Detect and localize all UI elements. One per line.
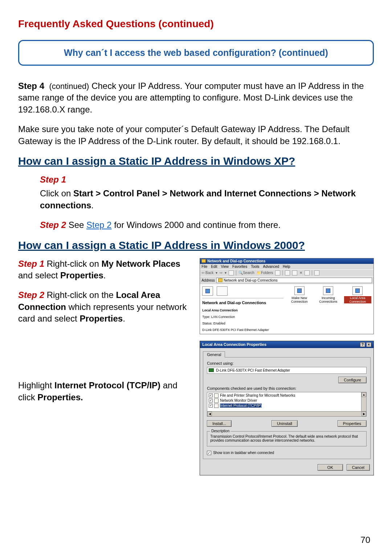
tab-general[interactable]: General: [203, 351, 225, 357]
window-body: Network and Dial-up Connections Local Ar…: [200, 284, 373, 334]
ok-button[interactable]: OK: [318, 464, 343, 471]
w2k-s3d: Properties.: [37, 392, 83, 402]
lac-device: D-Link DFE-530TX PCI Fast Ethernet Adapt…: [202, 328, 283, 332]
checkbox-icon[interactable]: [209, 393, 213, 397]
xp-step1-bold: Start > Control Panel > Network and Inte…: [40, 188, 356, 210]
menu-view[interactable]: View: [221, 265, 229, 269]
components-listbox[interactable]: File and Printer Sharing for Microsoft N…: [207, 392, 367, 417]
show-icon-checkbox-row[interactable]: Show icon in taskbar when connected: [207, 451, 367, 455]
copy-icon[interactable]: [292, 270, 297, 275]
header-icon: [202, 286, 213, 296]
configure-button[interactable]: Configure: [338, 377, 367, 383]
xp-heading: How can I assign a Static IP Address in …: [18, 155, 374, 167]
show-icon-label: Show icon in taskbar when connected: [213, 451, 274, 455]
w2k-step2-label: Step 2: [18, 290, 44, 300]
w2k-s1d: Properties: [60, 270, 103, 280]
dialog-titlebar: Local Area Connection Properties ? ×: [200, 341, 373, 348]
views-icon[interactable]: [314, 270, 319, 275]
address-bar: Address Network and Dial-up Connections: [200, 276, 373, 284]
lac-status: Status: Enabled: [202, 322, 283, 325]
component-label-selected: Internet Protocol (TCP/IP): [220, 404, 262, 408]
lac-type: Type: LAN Connection: [202, 315, 283, 319]
cancel-button[interactable]: Cancel: [347, 464, 370, 471]
menu-edit[interactable]: Edit: [211, 265, 217, 269]
address-input[interactable]: Network and Dial-up Connections: [216, 278, 372, 283]
menu-bar[interactable]: File Edit View Favorites Tools Advanced …: [200, 264, 373, 269]
properties-button[interactable]: Properties: [338, 420, 367, 427]
checkbox-icon[interactable]: [209, 404, 213, 408]
w2k-step1: Step 1 Right-click on My Network Places …: [18, 258, 192, 282]
xp-step1-body: Click on Start > Control Panel > Network…: [40, 188, 374, 211]
callout-text: Why can´t I access the web based configu…: [25, 48, 367, 58]
xp-step2-label: Step 2: [40, 220, 66, 230]
icon-incoming-connections[interactable]: Incoming Connections: [315, 286, 341, 332]
scrollbar-vertical[interactable]: ▲: [361, 392, 366, 411]
scrollbar-horizontal[interactable]: ◀▶: [207, 411, 366, 416]
menu-tools[interactable]: Tools: [251, 265, 259, 269]
xp-step2-pre: See: [66, 220, 86, 230]
folder-icon: [201, 259, 206, 263]
install-button[interactable]: Install...: [207, 420, 232, 427]
xp-step2: Step 2 See Step 2 for Windows 2000 and c…: [40, 219, 374, 231]
uninstall-button[interactable]: Uninstall: [271, 420, 298, 427]
tab-row: General: [203, 351, 371, 357]
xp-step2-post: for Windows 2000 and continue from there…: [111, 220, 281, 230]
callout-box: Why can´t I access the web based configu…: [18, 40, 374, 66]
icon-label: Make New Connection: [286, 296, 313, 303]
protocol-icon: [214, 393, 219, 398]
menu-favorites[interactable]: Favorites: [232, 265, 247, 269]
checkbox-icon[interactable]: [207, 451, 211, 455]
back-label[interactable]: ⇦ Back: [201, 271, 213, 275]
screenshot-lac-properties: Local Area Connection Properties ? × Gen…: [200, 341, 374, 475]
w2k-s2d: Properties: [79, 314, 123, 323]
window-titlebar: Network and Dial-up Connections: [200, 258, 373, 264]
description-legend: Description: [210, 429, 230, 433]
delete-icon[interactable]: ✕: [299, 271, 302, 275]
w2k-s3b: Internet Protocol (TCP/IP): [54, 380, 160, 390]
address-value: Network and Dial-up Connections: [224, 278, 278, 282]
menu-file[interactable]: File: [201, 265, 207, 269]
icon-local-area-connection[interactable]: Local Area Connection: [344, 286, 371, 332]
w2k-s1c: and select: [18, 270, 60, 280]
toolbar: ⇦ Back ▾⇨▾ 🔍Search 📁Folders ✕: [200, 269, 373, 276]
up-icon[interactable]: [229, 270, 234, 275]
dialog-title-text: Local Area Connection Properties: [202, 342, 266, 347]
window-title-text: Network and Dial-up Connections: [207, 259, 265, 263]
step4-para-b: Make sure you take note of your computer…: [18, 123, 374, 147]
toolbar-search[interactable]: 🔍Search: [238, 271, 254, 275]
icon-make-new-connection[interactable]: Make New Connection: [286, 286, 313, 332]
toolbar-folders[interactable]: 📁Folders: [257, 271, 273, 275]
undo-icon[interactable]: [305, 270, 310, 275]
move-icon[interactable]: [285, 270, 290, 275]
lac-name: Local Area Connection: [202, 308, 283, 312]
w2k-s2a: Right-click on the: [44, 290, 116, 300]
component-item[interactable]: Internet Protocol (TCP/IP): [208, 403, 366, 408]
close-icon[interactable]: ×: [366, 342, 371, 347]
checkbox-icon[interactable]: [209, 398, 213, 402]
icon-label-selected: Local Area Connection: [344, 296, 371, 303]
step4-para-a: Step 4 (continued) Check your IP Address…: [18, 80, 374, 115]
folder-icon: [218, 278, 222, 282]
page-number: 70: [360, 535, 370, 545]
header-icon-2: [217, 286, 228, 296]
protocol-icon: [214, 398, 219, 403]
menu-advanced[interactable]: Advanced: [263, 265, 279, 269]
xp-step1-post: .: [91, 200, 94, 210]
w2k-s1e: .: [103, 270, 106, 280]
w2k-s1a: Right-click on: [44, 259, 101, 269]
history-icon[interactable]: [275, 270, 280, 275]
step4-label: Step 4: [18, 81, 44, 91]
component-item[interactable]: File and Printer Sharing for Microsoft N…: [208, 393, 366, 398]
xp-step1: Step 1: [40, 174, 374, 185]
component-label: File and Printer Sharing for Microsoft N…: [220, 393, 295, 397]
description-text: Transmission Control Protocol/Internet P…: [210, 434, 358, 442]
help-icon[interactable]: ?: [360, 342, 365, 347]
panel-heading: Network and Dial-up Connections: [202, 301, 283, 305]
connect-using-label: Connect using:: [207, 361, 367, 365]
w2k-step3: Highlight Internet Protocol (TCP/IP) and…: [18, 380, 192, 403]
component-item[interactable]: Network Monitor Driver: [208, 398, 366, 403]
menu-help[interactable]: Help: [283, 265, 290, 269]
xp-step1-pre: Click on: [40, 188, 73, 198]
xp-step2-link[interactable]: Step 2: [86, 220, 111, 230]
w2k-s3a: Highlight: [18, 380, 54, 390]
